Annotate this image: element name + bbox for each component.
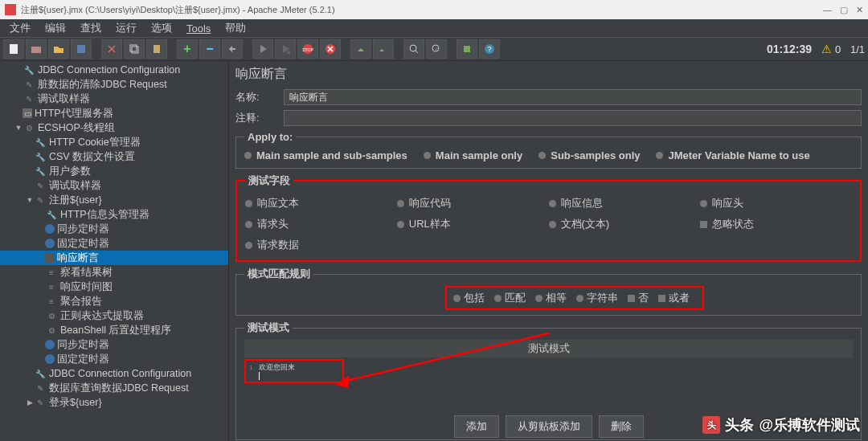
cut-button[interactable] [101, 39, 122, 59]
match-rules-legend: 模式匹配规则 [244, 267, 313, 281]
warn-indicator[interactable]: ⚠ 0 1/1 [821, 43, 865, 55]
toggle-button[interactable] [222, 39, 243, 59]
menu-edit[interactable]: 编辑 [39, 19, 72, 37]
gear-icon: ⚙ [45, 310, 58, 321]
elapsed-time: 01:12:39 [759, 43, 820, 55]
radio-resp-headers[interactable] [700, 200, 707, 207]
radio-substring[interactable] [576, 295, 583, 302]
radio-main-only[interactable] [424, 152, 431, 159]
tree-item[interactable]: 🔧JDBC Connection Configuration [0, 366, 228, 381]
tree-item[interactable]: 同步定时器 [0, 222, 228, 236]
menu-help[interactable]: 帮助 [219, 19, 252, 37]
tree-item[interactable]: 同步定时器 [0, 337, 228, 352]
radio-contains[interactable] [453, 295, 461, 302]
tree-item[interactable]: 固定定时器 [0, 352, 228, 366]
tree-item[interactable]: 🔧用户参数 [0, 164, 228, 178]
radio-main-sub[interactable] [244, 152, 252, 159]
radio-resp-text[interactable] [245, 200, 252, 207]
add-button[interactable]: 添加 [454, 415, 499, 438]
expand-button[interactable]: + [177, 39, 198, 59]
svg-point-11 [432, 45, 439, 51]
radio-resp-code[interactable] [397, 200, 404, 207]
start-no-timers-button[interactable] [275, 39, 296, 59]
svg-rect-1 [31, 47, 41, 53]
tree-item[interactable]: 🔧CSV 数据文件设置 [0, 149, 228, 164]
function-helper-button[interactable] [457, 39, 477, 59]
tree-item[interactable]: ▼✎注册${user} [0, 193, 228, 207]
copy-button[interactable] [124, 39, 145, 59]
tree-twisty-icon[interactable]: ▼ [26, 196, 34, 204]
radio-resp-msg[interactable] [549, 200, 556, 207]
tree-item-label: 固定定时器 [57, 237, 109, 251]
tree-twisty-icon[interactable]: ▼ [14, 124, 23, 132]
clear-all-button[interactable] [373, 39, 394, 59]
menu-options[interactable]: 选项 [145, 19, 178, 37]
delete-button[interactable]: 删除 [599, 415, 644, 438]
tree-item-label: ECSHOP-线程组 [38, 121, 115, 135]
help-button[interactable]: ? [479, 39, 500, 59]
tree-item[interactable]: ✎脏数据的清除JDBC Request [0, 77, 228, 92]
text-cursor [259, 372, 260, 380]
tree-item[interactable]: ✎调试取样器 [0, 92, 228, 106]
radio-req-data[interactable] [245, 242, 252, 249]
test-plan-tree[interactable]: 🔧JDBC Connection Configuration✎脏数据的清除JDB… [0, 61, 229, 441]
tree-item[interactable]: ≡察看结果树 [0, 265, 228, 280]
radio-jmeter-var[interactable] [656, 152, 663, 159]
radio-url[interactable] [397, 221, 404, 228]
new-button[interactable] [3, 39, 24, 59]
tree-item[interactable]: ✎数据库查询数据JDBC Request [0, 381, 228, 395]
radio-matches[interactable] [494, 295, 502, 302]
save-button[interactable] [71, 39, 92, 59]
tree-twisty-icon[interactable]: ▶ [26, 398, 34, 406]
window-minimize-button[interactable]: — [823, 5, 832, 15]
window-close-button[interactable]: ✕ [856, 5, 863, 15]
menu-bar: 文件 编辑 查找 运行 选项 Tools 帮助 [0, 19, 868, 37]
tree-item[interactable]: 🔧JDBC Connection Configuration [0, 63, 228, 77]
templates-button[interactable] [26, 39, 47, 59]
svg-rect-5 [154, 45, 160, 53]
check-ignore-status[interactable] [700, 221, 707, 228]
radio-document[interactable] [549, 221, 556, 228]
tree-item[interactable]: 响应断言 [0, 251, 228, 265]
tree-item-label: CSV 数据文件设置 [49, 150, 135, 164]
tree-item[interactable]: ▼⚙ECSHOP-线程组 [0, 120, 228, 135]
menu-run[interactable]: 运行 [109, 19, 143, 37]
clear-button[interactable] [350, 39, 371, 59]
add-from-clipboard-button[interactable]: 从剪贴板添加 [506, 415, 592, 438]
search-button[interactable] [403, 39, 424, 59]
comment-label: 注释: [235, 111, 284, 125]
tree-item-label: HTTP代理服务器 [35, 107, 113, 120]
pattern-cell[interactable]: 1 欢迎您回来 [244, 359, 344, 383]
open-button[interactable] [48, 39, 69, 59]
wrench-icon: 🔧 [34, 165, 47, 177]
tree-item[interactable]: ≡聚合报告 [0, 294, 228, 308]
reset-search-button[interactable] [426, 39, 447, 59]
check-not[interactable] [628, 295, 635, 302]
tree-item[interactable]: ≡响应时间图 [0, 280, 228, 294]
name-input[interactable] [284, 89, 862, 105]
comment-input[interactable] [284, 110, 862, 126]
tree-item[interactable]: ▭HTTP代理服务器 [0, 106, 228, 120]
radio-req-headers[interactable] [245, 221, 252, 228]
check-or[interactable] [658, 295, 665, 302]
tree-item[interactable]: ✎调试取样器 [0, 178, 228, 193]
tree-item[interactable]: 🔧HTTP Cookie管理器 [0, 135, 228, 149]
collapse-button[interactable]: − [199, 39, 220, 59]
tree-item[interactable]: ▶✎登录${user} [0, 395, 228, 410]
menu-file[interactable]: 文件 [3, 19, 37, 37]
radio-sub-only[interactable] [538, 152, 546, 159]
paste-button[interactable] [146, 39, 167, 59]
tree-item[interactable]: 固定定时器 [0, 236, 228, 251]
stop-button[interactable]: STOP [297, 39, 318, 59]
shutdown-button[interactable] [320, 39, 341, 59]
tree-item[interactable]: ⚙BeanShell 后置处理程序 [0, 323, 228, 337]
menu-search[interactable]: 查找 [74, 19, 108, 37]
menu-tools[interactable]: Tools [180, 21, 217, 36]
start-button[interactable] [252, 39, 273, 59]
watermark-text2: @乐搏软件测试 [759, 415, 860, 435]
tree-item[interactable]: 🔧HTTP信息头管理器 [0, 207, 228, 222]
doc-icon: ▭ [23, 108, 32, 118]
radio-equals[interactable] [535, 295, 542, 302]
window-maximize-button[interactable]: ▢ [840, 5, 848, 15]
tree-item[interactable]: ⚙正则表达式提取器 [0, 308, 228, 323]
